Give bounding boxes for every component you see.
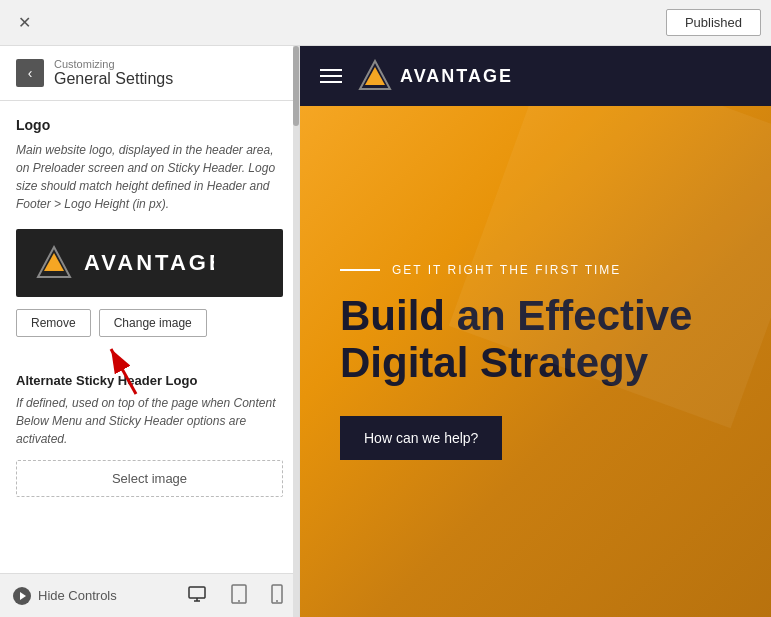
hero-section: GET IT RIGHT THE FIRST TIME Build an Eff… <box>300 106 771 617</box>
tablet-device-button[interactable] <box>227 580 251 611</box>
avantage-logo-text: AVANTAGE <box>400 66 513 87</box>
svg-point-13 <box>276 600 278 602</box>
tablet-icon <box>231 584 247 604</box>
mobile-device-button[interactable] <box>267 580 287 611</box>
hero-title: Build an Effective Digital Strategy <box>340 293 720 385</box>
mobile-icon <box>271 584 283 604</box>
bottom-bar: Hide Controls <box>0 573 299 617</box>
desktop-device-button[interactable] <box>183 580 211 611</box>
hide-controls-label: Hide Controls <box>38 588 117 603</box>
avantage-logo-svg: AVANTAGE <box>84 248 214 278</box>
avantage-logo-header: AVANTAGE <box>358 59 513 93</box>
preview-header: AVANTAGE <box>300 46 771 106</box>
panel-scrollbar[interactable] <box>293 46 299 617</box>
change-image-button[interactable]: Change image <box>99 309 207 337</box>
svg-point-11 <box>238 600 240 602</box>
alt-sticky-desc: If defined, used on top of the page when… <box>16 394 283 448</box>
published-button[interactable]: Published <box>666 9 761 36</box>
hero-title-line2: Digital Strategy <box>340 339 648 386</box>
tagline-line <box>340 269 380 271</box>
panel-header-text: Customizing General Settings <box>54 58 173 88</box>
logo-actions: Remove Change image <box>16 309 283 337</box>
hero-title-line1: Build an Effective <box>340 292 692 339</box>
alt-sticky-section: Alternate Sticky Header Logo If defined,… <box>16 373 283 497</box>
hero-tagline: GET IT RIGHT THE FIRST TIME <box>340 263 731 277</box>
hero-cta-button[interactable]: How can we help? <box>340 416 502 460</box>
back-button[interactable]: ‹ <box>16 59 44 87</box>
panel-scrollbar-thumb <box>293 46 299 126</box>
logo-icon-wrap <box>32 241 76 285</box>
svg-rect-7 <box>189 587 205 598</box>
remove-button[interactable]: Remove <box>16 309 91 337</box>
panel-content[interactable]: Logo Main website logo, displayed in the… <box>0 101 299 573</box>
hide-controls-button[interactable]: Hide Controls <box>12 586 117 606</box>
logo-triangle-icon <box>34 243 74 283</box>
btn-row: Remove Change image <box>16 309 283 337</box>
left-panel: ‹ Customizing General Settings Logo Main… <box>0 46 300 617</box>
main-area: ‹ Customizing General Settings Logo Main… <box>0 46 771 617</box>
customizing-label: Customizing <box>54 58 173 70</box>
logo-preview: AVANTAGE <box>16 229 283 297</box>
hide-controls-icon <box>12 586 32 606</box>
desktop-icon <box>187 584 207 604</box>
hamburger-icon[interactable] <box>320 69 342 83</box>
tagline-text: GET IT RIGHT THE FIRST TIME <box>392 263 621 277</box>
logo-section-desc: Main website logo, displayed in the head… <box>16 141 283 213</box>
close-button[interactable]: ✕ <box>10 9 38 37</box>
svg-text:AVANTAGE: AVANTAGE <box>84 250 214 275</box>
panel-header: ‹ Customizing General Settings <box>0 46 299 101</box>
avantage-header-logo-icon <box>358 59 392 93</box>
top-bar: ✕ Published <box>0 0 771 46</box>
alt-sticky-title: Alternate Sticky Header Logo <box>16 373 283 388</box>
right-panel: AVANTAGE GET IT RIGHT THE FIRST TIME Bui… <box>300 46 771 617</box>
logo-section-title: Logo <box>16 117 283 133</box>
general-settings-label: General Settings <box>54 70 173 88</box>
select-image-button[interactable]: Select image <box>16 460 283 497</box>
